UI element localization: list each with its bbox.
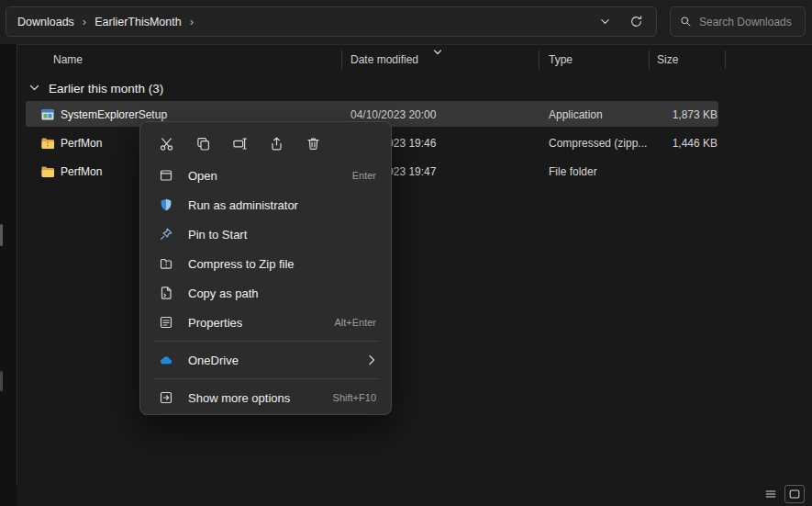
large-icons-view-button[interactable] xyxy=(784,485,805,503)
file-type: File folder xyxy=(549,157,597,186)
column-headers: Name Date modified Type Size xyxy=(17,44,812,75)
file-size: 1,446 KB xyxy=(633,129,717,157)
file-type: Application xyxy=(549,100,603,129)
nav-scrollbar-thumb[interactable] xyxy=(0,224,3,246)
menu-shortcut: Enter xyxy=(352,170,376,181)
folder-icon xyxy=(40,164,55,179)
share-button[interactable] xyxy=(263,130,289,156)
file-row-systemexplorersetup[interactable]: SystemExplorerSetup 04/10/2023 20:00 App… xyxy=(17,100,812,129)
pin-icon xyxy=(159,227,173,242)
breadcrumb-chevron-icon[interactable]: › xyxy=(80,15,89,28)
properties-icon xyxy=(159,315,173,330)
rename-button[interactable] xyxy=(227,130,252,156)
trash-icon xyxy=(306,136,321,152)
rename-icon xyxy=(232,136,248,152)
address-dropdown-button[interactable] xyxy=(594,11,616,33)
breadcrumb-chevron-icon[interactable]: › xyxy=(187,15,196,28)
breadcrumb-earlierthismonth[interactable]: EarlierThisMonth xyxy=(89,13,186,31)
copy-path-icon xyxy=(159,286,173,300)
breadcrumb: Downloads › EarlierThisMonth › xyxy=(6,13,196,31)
view-toggles xyxy=(762,485,805,503)
context-menu: Open Enter Run as administrator Pin to S… xyxy=(139,121,392,415)
menu-item-compress-to-zip[interactable]: Compress to Zip file xyxy=(144,249,387,278)
open-icon xyxy=(159,168,173,183)
cut-button[interactable] xyxy=(153,130,179,156)
column-divider[interactable] xyxy=(649,51,650,69)
menu-item-label: OneDrive xyxy=(188,354,239,367)
details-view-icon xyxy=(764,488,777,500)
column-type[interactable]: Type xyxy=(549,53,573,66)
menu-item-copy-as-path[interactable]: Copy as path xyxy=(144,278,387,308)
search-box[interactable]: Search Downloads xyxy=(670,6,806,37)
search-icon xyxy=(680,16,692,28)
menu-separator xyxy=(153,341,378,342)
column-size[interactable]: Size xyxy=(657,53,678,66)
column-divider[interactable] xyxy=(725,51,726,69)
menu-item-show-more-options[interactable]: Show more options Shift+F10 xyxy=(144,383,387,412)
file-row-perfmon-zip[interactable]: PerfMon 04/10/2023 19:46 Compressed (zip… xyxy=(17,129,812,157)
group-label: Earlier this month (3) xyxy=(49,82,163,96)
column-divider[interactable] xyxy=(539,51,539,69)
column-divider[interactable] xyxy=(341,51,342,69)
column-date-modified[interactable]: Date modified xyxy=(350,53,418,66)
menu-item-label: Show more options xyxy=(188,391,290,405)
menu-item-label: Properties xyxy=(188,316,242,330)
sort-indicator-icon[interactable] xyxy=(433,49,442,56)
onedrive-cloud-icon xyxy=(159,353,173,367)
menu-item-properties[interactable]: Properties Alt+Enter xyxy=(144,308,387,337)
zip-icon xyxy=(159,256,173,271)
large-icons-view-icon xyxy=(788,488,801,500)
copy-icon xyxy=(195,136,211,152)
toolbar: Downloads › EarlierThisMonth › Search Do… xyxy=(0,0,812,45)
file-size: 1,873 KB xyxy=(633,100,717,129)
menu-shortcut: Shift+F10 xyxy=(333,392,376,403)
submenu-chevron-icon xyxy=(368,354,376,365)
scissors-icon xyxy=(159,136,174,152)
file-name: PerfMon xyxy=(61,165,102,178)
installer-file-icon xyxy=(40,107,55,122)
refresh-icon xyxy=(629,15,643,28)
details-view-button[interactable] xyxy=(762,486,780,502)
group-header[interactable]: Earlier this month (3) xyxy=(17,76,163,100)
address-bar[interactable]: Downloads › EarlierThisMonth › xyxy=(6,6,657,37)
shield-icon xyxy=(159,197,173,212)
refresh-button[interactable] xyxy=(625,11,647,33)
menu-item-label: Pin to Start xyxy=(188,228,247,242)
menu-item-pin-to-start[interactable]: Pin to Start xyxy=(144,219,387,249)
menu-item-label: Compress to Zip file xyxy=(188,257,295,271)
copy-button[interactable] xyxy=(190,130,216,156)
delete-button[interactable] xyxy=(300,130,326,156)
show-more-options-icon xyxy=(159,390,173,405)
column-name[interactable]: Name xyxy=(53,53,83,66)
nav-scrollbar-thumb[interactable] xyxy=(0,371,3,391)
file-row-perfmon-folder[interactable]: PerfMon 04/10/2023 19:47 File folder xyxy=(17,157,812,186)
navigation-pane-edge xyxy=(0,44,17,506)
address-actions xyxy=(594,11,656,33)
breadcrumb-downloads[interactable]: Downloads xyxy=(12,13,80,31)
file-name: SystemExplorerSetup xyxy=(61,108,167,121)
chevron-down-icon xyxy=(599,16,611,28)
zip-folder-icon xyxy=(40,136,55,151)
share-icon xyxy=(269,136,284,152)
menu-item-run-as-administrator[interactable]: Run as administrator xyxy=(144,190,387,219)
file-name: PerfMon xyxy=(61,137,102,150)
menu-item-onedrive[interactable]: OneDrive xyxy=(144,345,387,375)
menu-item-label: Run as administrator xyxy=(188,198,298,212)
search-placeholder: Search Downloads xyxy=(699,16,792,28)
quick-actions-row xyxy=(144,126,387,161)
menu-item-label: Copy as path xyxy=(188,287,259,300)
group-collapse-icon[interactable] xyxy=(29,84,39,92)
file-size xyxy=(633,157,717,186)
menu-shortcut: Alt+Enter xyxy=(334,317,376,328)
menu-separator xyxy=(153,378,378,379)
menu-item-label: Open xyxy=(188,169,217,183)
menu-item-open[interactable]: Open Enter xyxy=(144,161,387,190)
